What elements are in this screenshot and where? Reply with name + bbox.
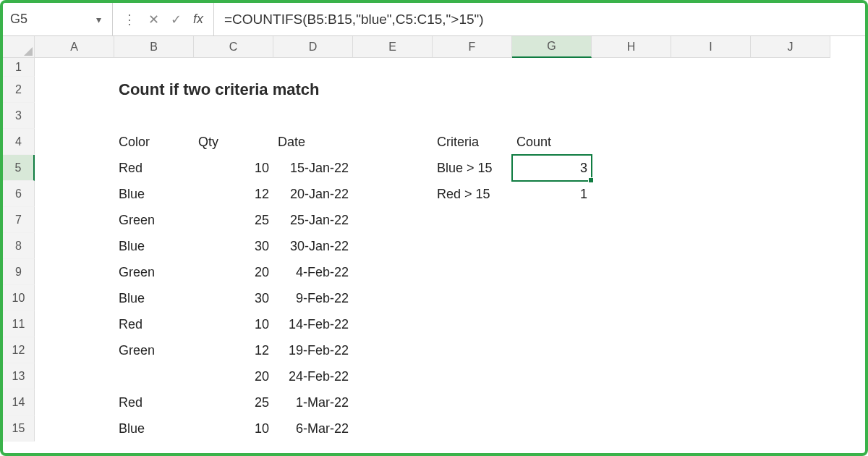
cell-D15[interactable]: 6-Mar-22 [273,415,353,442]
cell-I7[interactable] [671,207,751,233]
col-header-B[interactable]: B [114,36,194,58]
cell-J14[interactable] [751,389,830,415]
cell-E4[interactable] [353,129,433,155]
fx-icon[interactable]: fx [193,12,203,27]
cell-E15[interactable] [353,415,433,442]
cell-B6[interactable]: Blue [114,181,194,207]
cell-E13[interactable] [353,363,433,389]
cell-H4[interactable] [592,129,671,155]
cell-I1[interactable] [671,58,751,77]
cell-F5[interactable]: Blue > 15 [433,155,512,181]
cell-G5[interactable]: 3 [512,155,592,181]
cell-H5[interactable] [592,155,671,181]
col-header-C[interactable]: C [194,36,273,58]
cell-J3[interactable] [751,103,830,129]
cell-G14[interactable] [512,389,592,415]
row-header-14[interactable]: 14 [3,389,35,415]
cell-E1[interactable] [353,58,433,77]
row-header-15[interactable]: 15 [3,415,35,442]
row-header-6[interactable]: 6 [3,181,35,207]
cell-H7[interactable] [592,207,671,233]
cell-E2[interactable] [353,77,433,103]
cell-H12[interactable] [592,337,671,363]
cell-B15[interactable]: Blue [114,415,194,442]
cell-D3[interactable] [273,103,353,129]
cell-G8[interactable] [512,233,592,259]
cell-I13[interactable] [671,363,751,389]
cell-F2[interactable] [433,77,512,103]
cell-C6[interactable]: 12 [194,181,273,207]
cell-B13[interactable] [114,363,194,389]
cell-D11[interactable]: 14-Feb-22 [273,311,353,337]
cell-I11[interactable] [671,311,751,337]
cell-E6[interactable] [353,181,433,207]
fill-handle[interactable] [588,177,594,183]
cell-C14[interactable]: 25 [194,389,273,415]
cell-H9[interactable] [592,259,671,285]
cell-G1[interactable] [512,58,592,77]
cell-F14[interactable] [433,389,512,415]
cell-E9[interactable] [353,259,433,285]
cell-J5[interactable] [751,155,830,181]
cell-G12[interactable] [512,337,592,363]
cell-G10[interactable] [512,285,592,311]
cell-F4[interactable]: Criteria [433,129,512,155]
cell-B7[interactable]: Green [114,207,194,233]
cell-B5[interactable]: Red [114,155,194,181]
row-header-1[interactable]: 1 [3,58,35,77]
cell-E12[interactable] [353,337,433,363]
cell-E11[interactable] [353,311,433,337]
cell-F13[interactable] [433,363,512,389]
cell-I12[interactable] [671,337,751,363]
cell-A11[interactable] [35,311,114,337]
col-header-J[interactable]: J [751,36,830,58]
cell-G2[interactable] [512,77,592,103]
cell-J8[interactable] [751,233,830,259]
cell-D7[interactable]: 25-Jan-22 [273,207,353,233]
cell-B10[interactable]: Blue [114,285,194,311]
row-header-9[interactable]: 9 [3,259,35,285]
cell-F8[interactable] [433,233,512,259]
cell-C4[interactable]: Qty [194,129,273,155]
cell-G11[interactable] [512,311,592,337]
cell-J4[interactable] [751,129,830,155]
cell-E3[interactable] [353,103,433,129]
cell-E10[interactable] [353,285,433,311]
cell-A7[interactable] [35,207,114,233]
cell-H1[interactable] [592,58,671,77]
cell-J7[interactable] [751,207,830,233]
cell-A14[interactable] [35,389,114,415]
cell-G7[interactable] [512,207,592,233]
cell-D14[interactable]: 1-Mar-22 [273,389,353,415]
cell-I14[interactable] [671,389,751,415]
cell-H13[interactable] [592,363,671,389]
col-header-D[interactable]: D [273,36,353,58]
cell-F7[interactable] [433,207,512,233]
cell-C8[interactable]: 30 [194,233,273,259]
cell-A1[interactable] [35,58,114,77]
cell-E8[interactable] [353,233,433,259]
cell-B1[interactable] [114,58,194,77]
cell-J13[interactable] [751,363,830,389]
row-header-2[interactable]: 2 [3,77,35,103]
cell-A13[interactable] [35,363,114,389]
cell-D2[interactable] [273,77,353,103]
cell-J10[interactable] [751,285,830,311]
row-header-11[interactable]: 11 [3,311,35,337]
cell-D4[interactable]: Date [273,129,353,155]
cell-D13[interactable]: 24-Feb-22 [273,363,353,389]
cell-F11[interactable] [433,311,512,337]
row-header-7[interactable]: 7 [3,207,35,233]
row-header-12[interactable]: 12 [3,337,35,363]
cell-B14[interactable]: Red [114,389,194,415]
cell-C12[interactable]: 12 [194,337,273,363]
col-header-H[interactable]: H [592,36,671,58]
cell-G4[interactable]: Count [512,129,592,155]
cell-I6[interactable] [671,181,751,207]
cell-B4[interactable]: Color [114,129,194,155]
cell-C2[interactable] [194,77,273,103]
col-header-I[interactable]: I [671,36,751,58]
confirm-icon[interactable]: ✓ [171,12,182,28]
row-header-10[interactable]: 10 [3,285,35,311]
spreadsheet-grid[interactable]: A B C D E F G H I J 1 2 Count if [3,36,865,442]
